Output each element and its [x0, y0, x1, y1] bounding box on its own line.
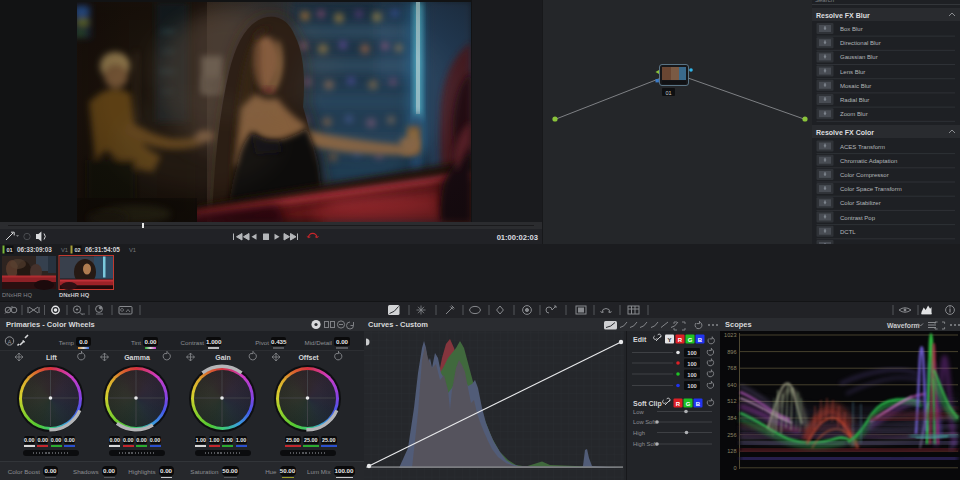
svg-text:01: 01	[6, 247, 12, 253]
svg-text:High: High	[633, 430, 645, 436]
svg-text:Gamma: Gamma	[124, 354, 150, 361]
svg-text:Low: Low	[633, 409, 644, 415]
svg-text:06:31:54:05: 06:31:54:05	[85, 246, 120, 253]
svg-text:100: 100	[687, 350, 697, 356]
svg-text:B: B	[696, 401, 701, 407]
svg-text:640: 640	[727, 382, 736, 388]
svg-text:Gaussian Blur: Gaussian Blur	[840, 54, 878, 60]
svg-text:Contrast: Contrast	[181, 339, 205, 346]
svg-text:R: R	[678, 337, 683, 343]
svg-text:R: R	[676, 401, 681, 407]
svg-text:01:00:02:03: 01:00:02:03	[497, 233, 538, 242]
svg-text:Resolve FX Blur: Resolve FX Blur	[816, 12, 870, 19]
svg-text:Y: Y	[667, 337, 671, 343]
svg-text:100: 100	[687, 361, 697, 367]
svg-text:Directional Blur: Directional Blur	[840, 40, 881, 46]
svg-text:Soft Clip: Soft Clip	[633, 400, 662, 408]
svg-text:Chromatic Adaptation: Chromatic Adaptation	[840, 158, 897, 164]
svg-text:512: 512	[727, 398, 736, 404]
svg-text:Radial Blur: Radial Blur	[840, 97, 869, 103]
svg-text:G: G	[686, 401, 691, 407]
svg-text:Edit: Edit	[633, 336, 647, 343]
svg-text:896: 896	[727, 349, 736, 355]
svg-text:256: 256	[727, 432, 736, 438]
svg-text:0: 0	[733, 465, 736, 471]
svg-text:02: 02	[74, 247, 80, 253]
svg-text:Resolve FX Color: Resolve FX Color	[816, 129, 874, 136]
svg-text:128: 128	[727, 448, 736, 454]
svg-text:Box Blur: Box Blur	[840, 26, 863, 32]
svg-text:V1: V1	[61, 247, 68, 253]
svg-text:A: A	[7, 339, 11, 345]
svg-text:DNxHR HQ: DNxHR HQ	[59, 292, 90, 298]
svg-text:1023: 1023	[724, 332, 736, 338]
svg-text:Contrast Pop: Contrast Pop	[840, 215, 876, 221]
svg-text:Waveform: Waveform	[887, 322, 920, 329]
svg-text:DCTL: DCTL	[840, 229, 856, 235]
svg-text:Low Soft: Low Soft	[633, 419, 656, 425]
svg-text:Offset: Offset	[298, 354, 319, 361]
svg-text:01: 01	[665, 90, 671, 96]
svg-text:Tint: Tint	[131, 339, 141, 346]
svg-text:High Soft: High Soft	[633, 441, 657, 447]
svg-text:100: 100	[687, 372, 697, 378]
svg-text:G: G	[688, 337, 693, 343]
svg-text:768: 768	[727, 365, 736, 371]
svg-text:V1: V1	[129, 247, 136, 253]
svg-text:Mid/Detail: Mid/Detail	[304, 339, 332, 346]
svg-text:Pivot: Pivot	[255, 339, 269, 346]
svg-text:Temp: Temp	[59, 339, 75, 346]
svg-text:ACES Transform: ACES Transform	[840, 144, 885, 150]
svg-text:06:33:09:03: 06:33:09:03	[17, 246, 52, 253]
svg-text:Color Space Transform: Color Space Transform	[840, 186, 902, 192]
svg-text:Gain: Gain	[215, 354, 231, 361]
svg-text:Lens Blur: Lens Blur	[840, 69, 865, 75]
svg-text:Zoom Blur: Zoom Blur	[840, 111, 868, 117]
svg-text:Color Compressor: Color Compressor	[840, 172, 889, 178]
svg-text:Color Stabilizer: Color Stabilizer	[840, 200, 881, 206]
svg-text:384: 384	[727, 415, 736, 421]
svg-text:Mosaic Blur: Mosaic Blur	[840, 83, 871, 89]
svg-text:B: B	[698, 337, 703, 343]
svg-text:Lift: Lift	[46, 354, 58, 361]
svg-text:DNxHR HQ: DNxHR HQ	[2, 292, 32, 298]
svg-text:100: 100	[687, 383, 697, 389]
